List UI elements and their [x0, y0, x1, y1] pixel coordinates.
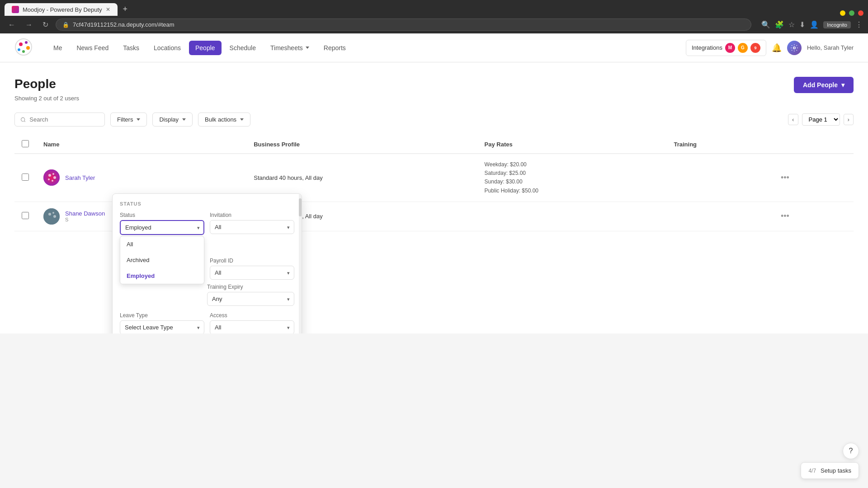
filter-row-expiry: Training Expiry Any	[120, 284, 294, 306]
payroll-filter-col: Payroll ID All	[210, 258, 294, 280]
leave-label: Leave Type	[120, 312, 204, 319]
search-box[interactable]	[14, 113, 105, 127]
scrollbar-thumb[interactable]	[299, 198, 302, 216]
integration-avatar-2: G	[738, 43, 748, 53]
filter-scroll-area: STATUS Status Employed All Archived All	[113, 194, 302, 333]
select-all-checkbox[interactable]	[22, 140, 29, 147]
status-select[interactable]: Employed All Archived	[120, 220, 204, 235]
main-nav: Me News Feed Tasks Locations People Sche…	[47, 41, 671, 55]
app-logo[interactable]	[14, 38, 33, 57]
svg-point-9	[48, 174, 51, 177]
integrations-button[interactable]: Integrations M G 9	[686, 40, 766, 56]
tab-close-button[interactable]: ✕	[106, 6, 110, 13]
page-select[interactable]: Page 1	[802, 113, 840, 126]
column-training: Training	[666, 136, 769, 154]
extension-icon[interactable]: 🧩	[775, 20, 784, 29]
browser-tab-bar: Moodjoy - Powered By Deputy ✕ +	[0, 0, 868, 16]
nav-tasks[interactable]: Tasks	[117, 41, 146, 55]
filters-label: Filters	[117, 116, 133, 123]
status-filter-col: Status Employed All Archived All Archive…	[120, 212, 204, 235]
svg-point-13	[48, 178, 50, 180]
settings-button[interactable]	[787, 41, 802, 55]
nav-news-feed[interactable]: News Feed	[70, 41, 115, 55]
bulk-actions-label: Bulk actions	[205, 116, 236, 123]
row-menu-2[interactable]: •••	[777, 210, 793, 222]
page-title: People	[14, 77, 79, 91]
status-option-employed[interactable]: Employed	[120, 268, 204, 284]
integration-badge: 9	[750, 43, 760, 53]
status-select-wrapper: Employed All Archived	[120, 220, 204, 235]
settings-gear-icon	[790, 44, 798, 52]
close-button[interactable]	[858, 10, 863, 16]
address-bar-row: ← → ↻ 🔒 7cf47d19112152.na.deputy.com/#te…	[0, 16, 868, 33]
access-select[interactable]: All	[210, 320, 294, 333]
notifications-button[interactable]: 🔔	[772, 43, 782, 53]
address-bar[interactable]: 🔒 7cf47d19112152.na.deputy.com/#team	[56, 19, 751, 31]
scrollbar-track	[299, 194, 302, 333]
row-checkbox-1[interactable]	[22, 174, 29, 181]
row-menu-1[interactable]: •••	[777, 171, 793, 184]
person-name-2[interactable]: Shane Dawson	[65, 210, 105, 217]
svg-point-4	[22, 50, 25, 53]
person-name-1[interactable]: Sarah Tyler	[65, 174, 95, 181]
url-text: 7cf47d19112152.na.deputy.com/#team	[73, 21, 175, 28]
showing-count: Showing 2 out of 2 users	[14, 95, 79, 102]
menu-icon[interactable]: ⋮	[855, 20, 863, 29]
avatar-icon-1	[43, 169, 60, 186]
access-select-wrapper: All	[210, 320, 294, 333]
payroll-select[interactable]: All	[210, 266, 294, 280]
incognito-badge: Incognito	[823, 21, 851, 28]
forward-button[interactable]: →	[23, 20, 35, 30]
nav-people[interactable]: People	[189, 41, 222, 55]
search-input[interactable]	[29, 116, 99, 123]
nav-reports[interactable]: Reports	[317, 41, 352, 55]
next-page-button[interactable]: ›	[844, 114, 854, 125]
download-icon[interactable]: ⬇	[799, 20, 805, 29]
add-people-button[interactable]: Add People ▾	[794, 77, 854, 93]
expiry-select[interactable]: Any	[207, 292, 294, 306]
training-1	[666, 154, 769, 202]
person-cell-1: Sarah Tyler	[43, 169, 239, 186]
app-header: Me News Feed Tasks Locations People Sche…	[0, 33, 868, 62]
svg-point-17	[53, 215, 56, 218]
new-tab-button[interactable]: +	[119, 3, 132, 16]
minimize-button[interactable]	[840, 10, 845, 16]
nav-timesheets[interactable]: Timesheets	[264, 41, 316, 55]
status-label: Status	[120, 212, 204, 218]
row-checkbox-2[interactable]	[22, 212, 29, 219]
display-dropdown-icon	[182, 118, 186, 121]
filter-row-1: Status Employed All Archived All Archive…	[120, 212, 294, 235]
nav-schedule[interactable]: Schedule	[223, 41, 262, 55]
invitation-label: Invitation	[210, 212, 294, 218]
avatar-icon-2	[43, 208, 60, 225]
leave-select-wrapper: Select Leave Type	[120, 320, 204, 333]
status-option-all[interactable]: All	[120, 236, 204, 252]
page-content: People Showing 2 out of 2 users Add Peop…	[0, 62, 868, 333]
filters-button[interactable]: Filters	[110, 113, 147, 127]
svg-point-16	[52, 212, 54, 214]
search-icon[interactable]: 🔍	[761, 20, 770, 29]
bulk-actions-button[interactable]: Bulk actions	[198, 113, 250, 127]
access-label: Access	[210, 312, 294, 319]
toolbar: Filters Display Bulk actions ‹ Page 1 ›	[14, 113, 854, 127]
expiry-filter-col: Training Expiry Any	[207, 284, 294, 306]
display-button[interactable]: Display	[152, 113, 193, 127]
reload-button[interactable]: ↻	[40, 19, 51, 30]
svg-point-6	[793, 47, 796, 49]
window-controls	[840, 10, 863, 16]
back-button[interactable]: ←	[5, 20, 18, 30]
nav-locations[interactable]: Locations	[147, 41, 187, 55]
status-option-archived[interactable]: Archived	[120, 252, 204, 268]
invitation-filter-col: Invitation All	[210, 212, 294, 235]
table-header-row: Name Business Profile Pay Rates Training	[14, 136, 854, 154]
svg-point-1	[19, 42, 23, 46]
browser-tab[interactable]: Moodjoy - Powered By Deputy ✕	[5, 3, 118, 16]
bulk-actions-dropdown-icon	[240, 118, 244, 121]
profile-icon[interactable]: 👤	[810, 20, 819, 29]
star-icon[interactable]: ☆	[788, 20, 795, 29]
prev-page-button[interactable]: ‹	[788, 114, 798, 125]
maximize-button[interactable]	[849, 10, 854, 16]
invitation-select[interactable]: All	[210, 220, 294, 234]
nav-me[interactable]: Me	[47, 41, 68, 55]
leave-select[interactable]: Select Leave Type	[120, 320, 204, 333]
